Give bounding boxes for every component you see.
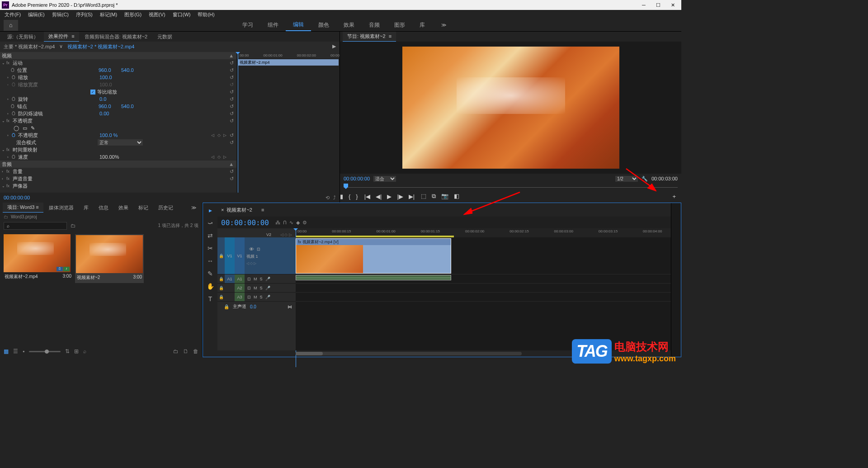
voiceover-icon[interactable]: 🎤: [265, 286, 270, 290]
tab-project[interactable]: 项目: Word3 ≡: [3, 203, 43, 213]
minimize-button[interactable]: ─: [641, 2, 647, 8]
target-patch-a2[interactable]: A2: [235, 284, 245, 292]
play-icon[interactable]: ▶: [387, 193, 392, 200]
reset-icon[interactable]: ↺: [230, 132, 234, 138]
workspace-learn[interactable]: 学习: [235, 19, 260, 31]
program-viewer[interactable]: [340, 42, 681, 174]
reset-icon[interactable]: ↺: [230, 89, 234, 95]
bin-item-clip[interactable]: ▯♪ 视频素材~2.mp43:00: [4, 234, 72, 281]
mute-icon[interactable]: ⊡: [247, 295, 251, 299]
menu-view[interactable]: 视图(V): [146, 10, 168, 19]
step-fwd-icon[interactable]: |▶: [397, 193, 403, 200]
anchor-y[interactable]: 540.0: [121, 104, 144, 109]
collapse-icon[interactable]: ▲: [229, 53, 234, 58]
step-back-icon[interactable]: ◀|: [376, 193, 382, 200]
channel-volume-effect[interactable]: 声道音量: [13, 175, 94, 182]
voiceover-icon[interactable]: 🎤: [265, 277, 270, 281]
workspace-effects[interactable]: 效果: [336, 19, 362, 31]
link-icon[interactable]: ∿: [289, 220, 293, 226]
tab-effect-controls[interactable]: 效果控件 ≡: [44, 32, 79, 42]
menu-marker[interactable]: 标记(M): [97, 10, 120, 19]
new-bin-icon[interactable]: 🗀: [173, 348, 179, 355]
menu-help[interactable]: 帮助(H): [195, 10, 217, 19]
blend-mode-select[interactable]: 正常: [98, 139, 143, 146]
close-seq-icon[interactable]: ×: [221, 207, 224, 213]
tab-libraries[interactable]: 库: [79, 203, 93, 213]
reset-icon[interactable]: ↺: [230, 118, 234, 124]
track-nav-icons[interactable]: ◁ ◇ ▷: [280, 232, 292, 237]
tab-audio-mixer[interactable]: 音频剪辑混合器: 视频素材~2: [80, 32, 152, 42]
icon-view-icon[interactable]: ☰: [13, 348, 18, 355]
lock-icon[interactable]: 🔒: [217, 295, 225, 299]
list-view-icon[interactable]: ▦: [4, 348, 9, 355]
track-head-a1[interactable]: 🔒A1A1⊡MS🎤: [217, 274, 296, 284]
v2-label[interactable]: V2: [266, 232, 271, 237]
timeline-clips-area[interactable]: fx视频素材~2.mp4 [V]: [296, 237, 671, 350]
lock-icon[interactable]: 🔒: [217, 286, 225, 290]
export-frame-icon[interactable]: 📷: [441, 193, 448, 200]
keyframe-nav[interactable]: ◁ ◇ ▷: [211, 155, 227, 159]
pen-mask-icon[interactable]: ✎: [31, 125, 35, 131]
project-breadcrumb[interactable]: Word3.prproj: [11, 214, 37, 219]
motion-effect[interactable]: 运动: [13, 60, 94, 66]
effect-playhead[interactable]: [238, 52, 238, 193]
keyframe-nav[interactable]: ◁ ◇ ▷: [211, 133, 227, 137]
selection-tool-icon[interactable]: ▸: [206, 206, 215, 215]
reset-icon[interactable]: ↺: [230, 104, 234, 109]
effect-timeline[interactable]: :00:00 00:00:01:00 00:00:02:00 00:00 视频素…: [237, 52, 340, 193]
target-patch-v1[interactable]: V1: [235, 237, 245, 274]
solo-s[interactable]: S: [260, 295, 263, 299]
effect-timecode[interactable]: 00:00:00:00: [4, 195, 30, 200]
menu-file[interactable]: 文件(F): [2, 10, 24, 19]
tab-menu-icon[interactable]: ≡: [389, 33, 392, 39]
folder-icon[interactable]: 🗀: [4, 214, 8, 219]
position-y[interactable]: 540.0: [121, 67, 144, 73]
workspace-assembly[interactable]: 组件: [260, 19, 286, 31]
mark-out-icon[interactable]: }: [356, 193, 358, 200]
find-icon[interactable]: ⌕: [83, 348, 86, 355]
workspace-libraries[interactable]: 库: [412, 19, 432, 31]
new-item-icon[interactable]: 🗋: [183, 348, 189, 355]
uniform-scale-checkbox[interactable]: ✓: [90, 90, 95, 95]
speed-value[interactable]: 100.00%: [99, 154, 119, 160]
stopwatch-icon[interactable]: Ö: [12, 75, 18, 80]
home-button[interactable]: ⌂: [4, 20, 18, 31]
track-head-v1[interactable]: 🔒 V1 V1 👁⊡ 视频 1 ◁ ◇ ▷: [217, 237, 296, 274]
audio-clip[interactable]: [296, 275, 451, 280]
tab-media-browser[interactable]: 媒体浏览器: [44, 203, 78, 213]
menu-edit[interactable]: 编辑(E): [25, 10, 47, 19]
source-patch-a1[interactable]: A1: [225, 274, 235, 283]
track-select-tool-icon[interactable]: ⤻: [206, 218, 215, 227]
tab-source[interactable]: 源:（无剪辑）: [3, 32, 43, 42]
freeform-view-icon[interactable]: ▪: [23, 348, 24, 355]
slip-tool-icon[interactable]: ↔: [206, 256, 215, 265]
position-x[interactable]: 960.0: [99, 67, 121, 73]
razor-tool-icon[interactable]: ✂: [206, 244, 215, 253]
reset-icon[interactable]: ↺: [230, 60, 234, 66]
stopwatch-icon[interactable]: Ö: [12, 155, 18, 160]
tab-info[interactable]: 信息: [94, 203, 113, 213]
rotation-value[interactable]: 0.0: [99, 96, 122, 102]
delete-icon[interactable]: 🗑: [193, 348, 198, 355]
magnet-icon[interactable]: ᑎ: [283, 220, 287, 226]
menu-sequence[interactable]: 序列(S): [73, 10, 95, 19]
track-nav-icons[interactable]: ◁ ◇ ▷: [246, 261, 260, 265]
track-head-a3[interactable]: 🔒A3⊡MS🎤: [217, 293, 296, 302]
tab-menu-icon[interactable]: ≡: [261, 207, 264, 213]
thumbnail-size-slider[interactable]: [29, 351, 61, 352]
target-patch-a1[interactable]: A1: [235, 274, 245, 283]
bowtie-icon[interactable]: ⋈: [288, 304, 292, 309]
tab-effects[interactable]: 效果: [114, 203, 133, 213]
target-patch-a3[interactable]: A3: [235, 293, 245, 301]
pen-tool-icon[interactable]: ✎: [206, 269, 215, 278]
go-in-icon[interactable]: |◀: [364, 193, 370, 200]
antiflicker-value[interactable]: 0.00: [99, 111, 122, 116]
sequence-name[interactable]: 视频素材~2: [226, 207, 252, 213]
close-button[interactable]: ✕: [670, 2, 676, 8]
lift-icon[interactable]: ⬚: [421, 193, 426, 200]
zoom-select[interactable]: 1/2: [615, 176, 638, 182]
mute-m[interactable]: M: [254, 286, 257, 290]
solo-s[interactable]: S: [260, 277, 263, 281]
workspace-graphics[interactable]: 图形: [387, 19, 412, 31]
timeline-timecode[interactable]: 00:00:00:00: [221, 218, 269, 227]
